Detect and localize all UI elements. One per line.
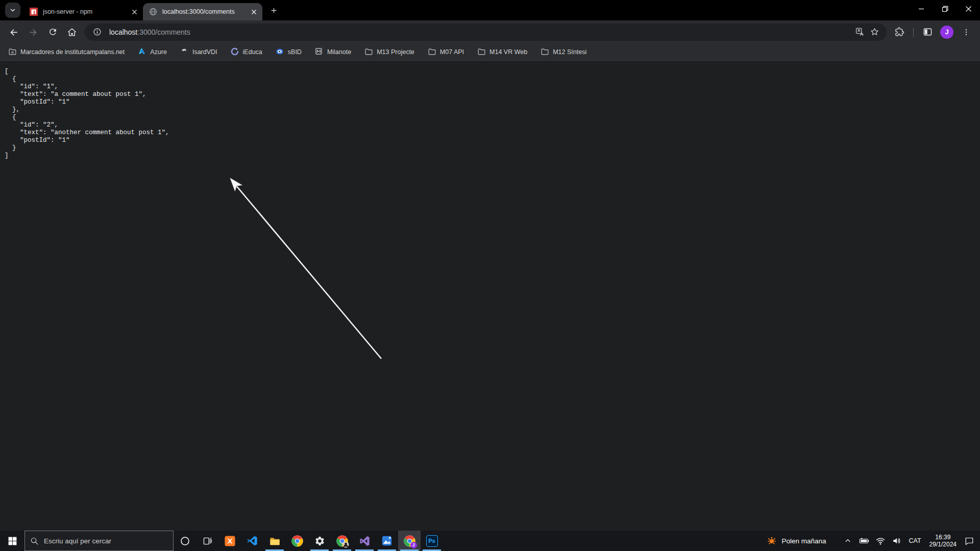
volume-status[interactable] xyxy=(890,537,903,545)
taskbar-xampp-button[interactable] xyxy=(218,531,241,551)
bookmark-sbid[interactable]: sBID xyxy=(273,46,305,58)
globe-icon xyxy=(149,8,157,16)
restore-button[interactable] xyxy=(933,0,957,17)
tab-search-button[interactable] xyxy=(5,3,20,18)
taskbar-chrome-profile2-button[interactable] xyxy=(331,531,353,551)
json-response-text: [ { "id": "1", "text": "a comment about … xyxy=(0,61,980,160)
speaker-icon xyxy=(892,537,901,545)
minimize-button[interactable] xyxy=(910,0,933,17)
extensions-button[interactable] xyxy=(891,23,908,41)
folder-icon xyxy=(541,47,549,56)
bookmark-folder-m07[interactable]: M07 API xyxy=(425,46,467,58)
windows-logo-icon xyxy=(8,536,17,546)
translate-icon[interactable] xyxy=(853,25,867,39)
taskbar-search-input[interactable]: Escriu aquí per cercar xyxy=(24,531,174,551)
tray-overflow-button[interactable] xyxy=(841,537,854,544)
chevron-up-icon xyxy=(844,537,851,544)
bookmark-star-icon[interactable] xyxy=(867,25,881,39)
toolbar-divider xyxy=(913,28,914,37)
back-button[interactable] xyxy=(5,23,22,41)
visual-studio-icon xyxy=(359,535,371,547)
taskbar-task-view-button[interactable] xyxy=(196,531,218,551)
tab-localhost-comments[interactable]: localhost:3000/comments xyxy=(143,3,262,20)
taskbar-photos-button[interactable] xyxy=(376,531,398,551)
cortana-icon xyxy=(180,536,190,546)
file-explorer-icon xyxy=(269,535,281,547)
bookmark-folder-m13[interactable]: M13 Projecte xyxy=(361,46,418,58)
reload-icon xyxy=(48,27,58,37)
home-button[interactable] xyxy=(63,23,81,41)
close-button[interactable] xyxy=(957,0,980,17)
bookmark-label: Milanote xyxy=(327,48,351,56)
system-tray: Polen mañana CAT 16:39 29/1/2024 xyxy=(767,531,980,551)
bookmark-ieduca[interactable]: iEduca xyxy=(228,46,265,58)
pollen-icon xyxy=(767,536,777,546)
notification-icon xyxy=(965,537,974,545)
taskbar-file-explorer-button[interactable] xyxy=(263,531,286,551)
restore-icon xyxy=(942,6,948,12)
bookmarks-bar: Marcadores de institutcampalans.net Azur… xyxy=(0,43,980,61)
keyboard-language[interactable]: CAT xyxy=(909,537,921,544)
side-panel-button[interactable] xyxy=(919,23,936,41)
battery-status[interactable] xyxy=(857,537,871,544)
bookmark-folder-m12[interactable]: M12 Síntesi xyxy=(537,46,590,58)
side-panel-icon xyxy=(923,27,933,37)
reload-button[interactable] xyxy=(44,23,61,41)
back-icon xyxy=(9,27,19,37)
forward-button[interactable] xyxy=(24,23,42,41)
action-center-button[interactable] xyxy=(961,537,978,545)
taskbar-settings-button[interactable] xyxy=(308,531,331,551)
url-text: localhost:3000/comments xyxy=(109,28,853,36)
bookmark-label: M13 Projecte xyxy=(377,48,414,56)
taskbar-chrome-active-button[interactable]: J xyxy=(398,531,421,551)
taskbar-clock[interactable]: 16:39 29/1/2024 xyxy=(929,534,957,548)
taskbar-visual-studio-button[interactable] xyxy=(353,531,376,551)
isardvdi-icon xyxy=(180,47,189,56)
site-info-icon[interactable] xyxy=(90,25,104,39)
bookmark-folder-m14[interactable]: M14 VR Web xyxy=(474,46,530,58)
address-bar[interactable]: localhost:3000/comments xyxy=(85,23,887,41)
bookmark-label: Azure xyxy=(150,48,167,56)
azure-icon xyxy=(138,47,146,56)
taskbar-chrome-button[interactable] xyxy=(286,531,308,551)
bookmark-label: M14 VR Web xyxy=(489,48,527,56)
bookmark-milanote[interactable]: Milanote xyxy=(312,46,354,58)
new-tab-button[interactable] xyxy=(266,3,281,17)
taskbar-vscode-button[interactable] xyxy=(241,531,263,551)
xampp-icon xyxy=(224,535,236,547)
bookmark-managed-folder[interactable]: Marcadores de institutcampalans.net xyxy=(5,46,128,58)
windows-taskbar: Escriu aquí per cercar xyxy=(0,531,980,551)
chrome-icon xyxy=(291,535,303,547)
profile-avatar[interactable]: J xyxy=(940,26,953,39)
chrome-profile-icon xyxy=(336,535,348,547)
bookmark-label: M12 Síntesi xyxy=(553,48,586,56)
browser-menu-button[interactable] xyxy=(958,23,975,41)
bookmark-azure[interactable]: Azure xyxy=(135,46,170,58)
bookmark-label: IsardVDI xyxy=(192,48,217,56)
ieduca-icon xyxy=(231,47,239,56)
page-content: [ { "id": "1", "text": "a comment about … xyxy=(0,61,980,531)
weather-widget[interactable]: Polen mañana xyxy=(767,536,826,546)
url-host: localhost xyxy=(109,28,137,36)
search-placeholder: Escriu aquí per cercar xyxy=(44,537,111,545)
managed-folder-gear-icon xyxy=(8,47,17,56)
clock-time: 16:39 xyxy=(929,534,957,541)
taskbar-cortana-button[interactable] xyxy=(174,531,196,551)
tab-json-server[interactable]: json-server - npm xyxy=(23,3,143,20)
bookmark-label: sBID xyxy=(288,48,302,56)
close-icon xyxy=(965,6,972,12)
photoshop-label: Ps xyxy=(428,538,435,544)
bookmark-isardvdi[interactable]: IsardVDI xyxy=(177,46,220,58)
tab-close-icon[interactable] xyxy=(249,7,258,16)
tab-strip: json-server - npm localhost:3000/comment… xyxy=(0,0,980,20)
gear-icon xyxy=(314,536,325,546)
start-button[interactable] xyxy=(0,531,24,551)
wifi-status[interactable] xyxy=(874,537,887,545)
taskbar-photoshop-button[interactable]: Ps xyxy=(421,531,443,551)
folder-icon xyxy=(428,47,436,56)
tab-title: localhost:3000/comments xyxy=(162,8,246,15)
battery-charging-icon xyxy=(859,537,869,544)
tab-close-icon[interactable] xyxy=(130,7,139,16)
window-controls xyxy=(910,0,980,17)
url-path: :3000/comments xyxy=(137,28,190,36)
